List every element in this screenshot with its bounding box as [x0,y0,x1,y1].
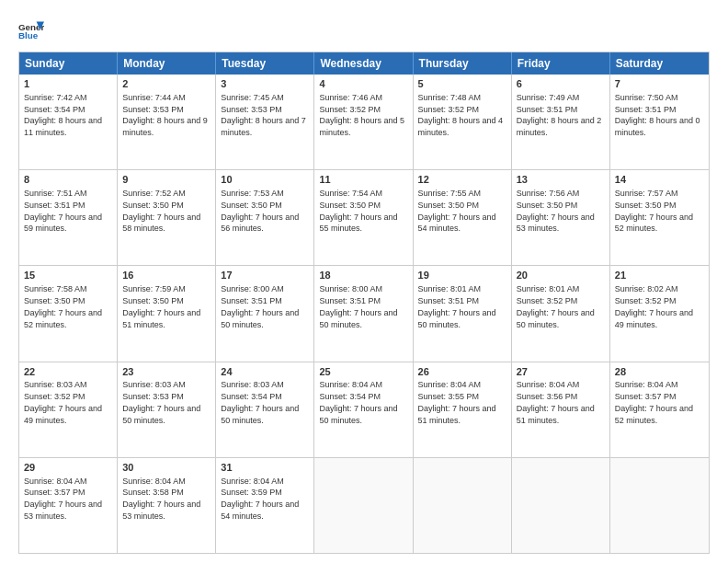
day-header-wednesday: Wednesday [314,52,413,75]
calendar-cell: 21Sunrise: 8:02 AMSunset: 3:52 PMDayligh… [610,266,709,361]
sunrise-info: Sunrise: 8:00 AMSunset: 3:51 PMDaylight:… [319,284,397,328]
calendar-body: 1Sunrise: 7:42 AMSunset: 3:54 PMDaylight… [19,75,709,553]
calendar-row-4: 22Sunrise: 8:03 AMSunset: 3:52 PMDayligh… [19,362,709,457]
calendar-cell: 1Sunrise: 7:42 AMSunset: 3:54 PMDaylight… [19,75,118,169]
sunrise-info: Sunrise: 8:04 AMSunset: 3:54 PMDaylight:… [319,380,397,424]
day-number: 19 [418,269,506,282]
calendar-cell: 22Sunrise: 8:03 AMSunset: 3:52 PMDayligh… [19,362,118,457]
sunrise-info: Sunrise: 8:00 AMSunset: 3:51 PMDaylight:… [221,284,299,328]
day-number: 31 [221,461,309,475]
calendar-cell: 26Sunrise: 8:04 AMSunset: 3:55 PMDayligh… [414,362,512,457]
calendar-cell: 11Sunrise: 7:54 AMSunset: 3:50 PMDayligh… [314,170,413,265]
day-number: 8 [24,173,112,187]
calendar-cell: 9Sunrise: 7:52 AMSunset: 3:50 PMDaylight… [118,170,216,265]
sunrise-info: Sunrise: 8:04 AMSunset: 3:57 PMDaylight:… [615,380,693,424]
sunrise-info: Sunrise: 7:53 AMSunset: 3:50 PMDaylight:… [221,189,299,233]
calendar-cell: 16Sunrise: 7:59 AMSunset: 3:50 PMDayligh… [118,266,216,361]
day-number: 3 [221,77,309,91]
calendar-cell: 24Sunrise: 8:03 AMSunset: 3:54 PMDayligh… [216,362,314,457]
calendar-cell: 25Sunrise: 8:04 AMSunset: 3:54 PMDayligh… [314,362,413,457]
calendar-cell [610,458,709,553]
sunrise-info: Sunrise: 8:04 AMSunset: 3:57 PMDaylight:… [24,477,102,521]
sunrise-info: Sunrise: 7:50 AMSunset: 3:51 PMDaylight:… [615,93,700,137]
day-number: 14 [615,173,704,187]
calendar-header: SundayMondayTuesdayWednesdayThursdayFrid… [19,52,709,75]
day-number: 27 [517,365,605,379]
sunrise-info: Sunrise: 8:04 AMSunset: 3:55 PMDaylight:… [418,380,496,424]
calendar: SundayMondayTuesdayWednesdayThursdayFrid… [18,52,710,554]
sunrise-info: Sunrise: 7:56 AMSunset: 3:50 PMDaylight:… [517,189,595,233]
sunrise-info: Sunrise: 8:01 AMSunset: 3:52 PMDaylight:… [517,284,595,328]
sunrise-info: Sunrise: 7:59 AMSunset: 3:50 PMDaylight:… [122,284,200,328]
day-number: 30 [122,461,210,475]
calendar-cell [512,458,610,553]
calendar-cell: 2Sunrise: 7:44 AMSunset: 3:53 PMDaylight… [118,75,216,169]
day-header-saturday: Saturday [610,52,709,75]
day-header-friday: Friday [512,52,610,75]
sunrise-info: Sunrise: 7:45 AMSunset: 3:53 PMDaylight:… [221,93,306,137]
sunrise-info: Sunrise: 7:54 AMSunset: 3:50 PMDaylight:… [319,189,397,233]
calendar-cell: 28Sunrise: 8:04 AMSunset: 3:57 PMDayligh… [610,362,709,457]
sunrise-info: Sunrise: 8:04 AMSunset: 3:56 PMDaylight:… [517,380,595,424]
calendar-cell: 13Sunrise: 7:56 AMSunset: 3:50 PMDayligh… [512,170,610,265]
calendar-cell: 15Sunrise: 7:58 AMSunset: 3:50 PMDayligh… [19,266,118,361]
calendar-cell: 14Sunrise: 7:57 AMSunset: 3:50 PMDayligh… [610,170,709,265]
calendar-cell: 7Sunrise: 7:50 AMSunset: 3:51 PMDaylight… [610,75,709,169]
sunrise-info: Sunrise: 7:49 AMSunset: 3:51 PMDaylight:… [517,93,602,137]
day-number: 21 [615,269,704,282]
calendar-cell: 6Sunrise: 7:49 AMSunset: 3:51 PMDaylight… [512,75,610,169]
sunrise-info: Sunrise: 8:03 AMSunset: 3:53 PMDaylight:… [122,380,200,424]
day-number: 9 [122,173,210,187]
calendar-cell: 29Sunrise: 8:04 AMSunset: 3:57 PMDayligh… [19,458,118,553]
calendar-cell: 23Sunrise: 8:03 AMSunset: 3:53 PMDayligh… [118,362,216,457]
day-number: 29 [24,461,112,475]
sunrise-info: Sunrise: 7:51 AMSunset: 3:51 PMDaylight:… [24,189,102,233]
calendar-cell: 27Sunrise: 8:04 AMSunset: 3:56 PMDayligh… [512,362,610,457]
sunrise-info: Sunrise: 8:03 AMSunset: 3:52 PMDaylight:… [24,380,102,424]
calendar-cell: 31Sunrise: 8:04 AMSunset: 3:59 PMDayligh… [216,458,314,553]
day-number: 26 [418,365,506,379]
day-header-tuesday: Tuesday [216,52,314,75]
sunrise-info: Sunrise: 8:02 AMSunset: 3:52 PMDaylight:… [615,284,693,328]
calendar-cell [314,458,413,553]
day-number: 1 [24,77,112,91]
calendar-cell: 30Sunrise: 8:04 AMSunset: 3:58 PMDayligh… [118,458,216,553]
calendar-cell: 17Sunrise: 8:00 AMSunset: 3:51 PMDayligh… [216,266,314,361]
day-header-monday: Monday [118,52,216,75]
day-number: 7 [615,77,704,91]
day-number: 18 [319,269,407,282]
sunrise-info: Sunrise: 8:01 AMSunset: 3:51 PMDaylight:… [418,284,496,328]
sunrise-info: Sunrise: 8:04 AMSunset: 3:58 PMDaylight:… [122,477,200,521]
day-number: 23 [122,365,210,379]
day-number: 13 [517,173,605,187]
day-header-sunday: Sunday [19,52,118,75]
sunrise-info: Sunrise: 7:55 AMSunset: 3:50 PMDaylight:… [418,189,496,233]
calendar-cell: 20Sunrise: 8:01 AMSunset: 3:52 PMDayligh… [512,266,610,361]
calendar-row-2: 8Sunrise: 7:51 AMSunset: 3:51 PMDaylight… [19,169,709,265]
day-number: 12 [418,173,506,187]
calendar-cell: 18Sunrise: 8:00 AMSunset: 3:51 PMDayligh… [314,266,413,361]
sunrise-info: Sunrise: 7:48 AMSunset: 3:52 PMDaylight:… [418,93,504,137]
day-number: 6 [517,77,605,91]
calendar-row-3: 15Sunrise: 7:58 AMSunset: 3:50 PMDayligh… [19,265,709,361]
calendar-cell: 8Sunrise: 7:51 AMSunset: 3:51 PMDaylight… [19,170,118,265]
calendar-cell: 4Sunrise: 7:46 AMSunset: 3:52 PMDaylight… [314,75,413,169]
calendar-cell: 3Sunrise: 7:45 AMSunset: 3:53 PMDaylight… [216,75,314,169]
sunrise-info: Sunrise: 7:42 AMSunset: 3:54 PMDaylight:… [24,93,102,137]
day-number: 17 [221,269,309,282]
day-number: 2 [122,77,210,91]
day-number: 16 [122,269,210,282]
day-number: 10 [221,173,309,187]
day-number: 5 [418,77,506,91]
day-number: 11 [319,173,407,187]
day-number: 28 [615,365,704,379]
day-number: 25 [319,365,407,379]
day-number: 15 [24,269,112,282]
sunrise-info: Sunrise: 7:44 AMSunset: 3:53 PMDaylight:… [122,93,208,137]
day-header-thursday: Thursday [414,52,512,75]
sunrise-info: Sunrise: 7:58 AMSunset: 3:50 PMDaylight:… [24,284,102,328]
logo: General Blue [18,18,46,44]
calendar-row-1: 1Sunrise: 7:42 AMSunset: 3:54 PMDaylight… [19,75,709,169]
day-number: 24 [221,365,309,379]
calendar-row-5: 29Sunrise: 8:04 AMSunset: 3:57 PMDayligh… [19,457,709,553]
